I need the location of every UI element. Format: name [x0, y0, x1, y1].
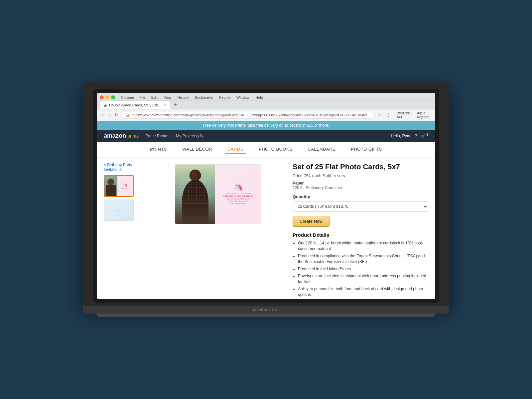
- quantity-label: Quantity: [293, 194, 428, 199]
- laptop-model-label: MacBook Pro: [253, 308, 279, 312]
- close-button[interactable]: [100, 95, 104, 99]
- invite-text-1: please join us to celebrate: [225, 193, 251, 195]
- logo-amazon: amazon: [104, 132, 126, 139]
- main-nav: PRINTS WALL DÉCOR CARDS PHOTO BOOKS CALE…: [97, 142, 435, 158]
- product-title: Set of 25 Flat Photo Cards, 5x7: [293, 163, 428, 171]
- card-photo-section: [175, 165, 215, 224]
- nav-item-prints[interactable]: PRINTS: [147, 145, 170, 154]
- quantity-select[interactable]: 25 Cards ( 75¢ each) $18.75: [293, 201, 428, 212]
- maximize-button[interactable]: [111, 95, 115, 99]
- minimize-button[interactable]: [105, 95, 109, 99]
- active-tab[interactable]: 🖨 Double-Sided Cards, 5x7, 120... ✕: [100, 101, 170, 109]
- detail-item-3: Produced in the United States: [298, 266, 428, 272]
- detail-item-5: Ability to personalize both front and ba…: [298, 286, 428, 298]
- forward-nav-button[interactable]: ›: [107, 111, 112, 119]
- tab-close-icon[interactable]: ✕: [163, 103, 166, 107]
- product-details-list: Our 120 lb., 14 pt. bright white, matte …: [293, 240, 428, 297]
- nav-item-photo-books[interactable]: PHOTO BOOKS: [256, 145, 295, 154]
- back-link[interactable]: < Birthday Party Invitations: [104, 163, 144, 172]
- paper-label: Paper: [293, 181, 428, 186]
- laptop-foot: [96, 314, 436, 317]
- user-display: Alicia Kepner: [417, 111, 432, 119]
- card-preview: 🦄 please join us to celebrate MADISON'S …: [175, 164, 261, 224]
- promo-text: Free delivery with Prime, plus free deli…: [203, 123, 329, 128]
- lock-icon: 🔒: [126, 113, 130, 117]
- invite-details: Saturday, September 15th at 2PM 28 Sunse…: [227, 198, 249, 205]
- nav-item-calendars[interactable]: CALENDARS: [305, 145, 338, 154]
- main-image-area: 🦄 please join us to celebrate MADISON'S …: [150, 163, 286, 299]
- invite-name: MADISON'S 3RD BIRTHDAY: [223, 195, 254, 198]
- nav-item-photo-gifts[interactable]: PHOTO GIFTS: [348, 145, 384, 154]
- header-nav-links: amazon prints Prime Photos My Projects (…: [104, 132, 203, 139]
- tab-title: Double-Sided Cards, 5x7, 120...: [109, 103, 161, 107]
- url-text: https://www.amazonprinting.com/photo-gif…: [132, 113, 369, 117]
- header-right: Hello, Ryan ? 🛒 1: [391, 133, 428, 139]
- detail-item-2: Produced in compliance with the Forest S…: [298, 253, 428, 265]
- create-now-button[interactable]: Create Now: [293, 216, 330, 227]
- toolbar-icons: ☆ ⋮: [376, 111, 392, 119]
- amazon-header: amazon prints Prime Photos My Projects (…: [97, 130, 435, 142]
- cart-count: 1: [426, 133, 428, 137]
- thumbnail-list: 🦄 PLEASE JOIN US Back: [104, 175, 144, 221]
- time-display: Wed 9:01 AM: [394, 111, 415, 119]
- new-tab-button[interactable]: +: [171, 100, 180, 109]
- product-details-title: Product Details: [293, 232, 428, 238]
- product-price: Price 75¢ each Sold in sets.: [293, 173, 428, 178]
- thumbnail-front[interactable]: 🦄 PLEASE JOIN US: [104, 175, 134, 197]
- bookmark-icon[interactable]: ☆: [376, 111, 383, 119]
- amazon-logo: amazon prints: [104, 132, 139, 139]
- traffic-lights: [100, 95, 118, 99]
- card-design-section: 🦄 please join us to celebrate MADISON'S …: [215, 165, 261, 224]
- page-content: < Birthday Party Invitations: [97, 158, 435, 299]
- greeting-text: Hello, Ryan: [391, 134, 411, 138]
- thumbnail-back[interactable]: Back: [104, 200, 134, 221]
- laptop: Chrome File Edit View History Bookmarks …: [83, 82, 449, 317]
- chrome-nav-bar: ‹ › ↻ 🔒 https://www.amazonprinting.com/p…: [97, 109, 435, 121]
- cart-icon[interactable]: 🛒 1: [420, 133, 428, 139]
- paper-value: 120 lb. Stationery Cardstock: [293, 186, 428, 190]
- left-panel: < Birthday Party Invitations: [104, 163, 144, 299]
- product-info: Set of 25 Flat Photo Cards, 5x7 Price 75…: [293, 163, 428, 299]
- settings-icon[interactable]: ⋮: [385, 111, 392, 119]
- my-projects-link[interactable]: My Projects (1): [176, 134, 203, 138]
- url-bar[interactable]: 🔒 https://www.amazonprinting.com/photo-g…: [121, 112, 374, 119]
- laptop-base: MacBook Pro: [83, 306, 449, 314]
- logo-prints: prints: [127, 133, 139, 139]
- detail-item-1: Our 120 lb., 14 pt. bright white, matte …: [298, 240, 428, 252]
- reload-button[interactable]: ↻: [114, 111, 120, 119]
- prime-photos-link[interactable]: Prime Photos: [145, 134, 169, 138]
- detail-item-4: Envelopes are included in shipment with …: [298, 273, 428, 285]
- back-nav-button[interactable]: ‹: [100, 111, 105, 119]
- browser-screen: Chrome File Edit View History Bookmarks …: [97, 93, 435, 299]
- nav-item-cards[interactable]: CARDS: [225, 145, 246, 154]
- chrome-tab-bar: Chrome File Edit View History Bookmarks …: [97, 93, 435, 100]
- unicorn-icon: 🦄: [234, 183, 243, 192]
- help-icon[interactable]: ?: [415, 134, 417, 138]
- promo-banner: Free delivery with Prime, plus free deli…: [97, 121, 435, 130]
- nav-item-wall-decor[interactable]: WALL DÉCOR: [180, 145, 215, 154]
